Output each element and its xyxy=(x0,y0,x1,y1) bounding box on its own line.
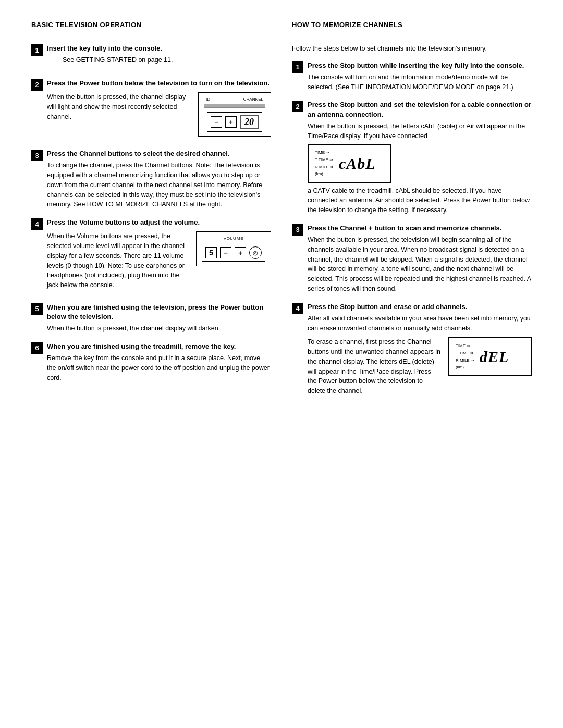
cabl-figure-area: TIME ⇒ T TIME ⇒ R MILE ⇒ (km) cAbL xyxy=(308,144,532,182)
right-step-1-heading: Press the Stop button while inserting th… xyxy=(308,61,532,70)
step-2-text: When the button is pressed, the channel … xyxy=(47,92,191,121)
right-step-2-body-post: a CATV cable to the treadmill, cAbL shou… xyxy=(308,186,532,215)
step-1-body: See GETTING STARTED on page 11. xyxy=(63,55,271,65)
step-2-figure-area: When the button is pressed, the channel … xyxy=(47,92,271,137)
channel-number-display: 20 xyxy=(240,115,259,129)
channel-plus-btn[interactable]: + xyxy=(225,116,237,128)
volume-plus-btn[interactable]: + xyxy=(235,247,246,258)
step-5-body: When the button is pressed, the channel … xyxy=(47,324,271,334)
right-section-title: HOW TO MEMORIZE CHANNELS xyxy=(292,21,532,29)
volume-minus-btn[interactable]: − xyxy=(220,247,231,258)
step-3-number: 3 xyxy=(31,150,43,161)
step-4-heading: Press the Volume buttons to adjust the v… xyxy=(47,218,271,227)
cabl-labels: TIME ⇒ T TIME ⇒ R MILE ⇒ (km) xyxy=(315,149,334,177)
step-3-heading: Press the Channel buttons to select the … xyxy=(47,149,271,158)
volume-headphone-icon: ◎ xyxy=(249,246,262,259)
right-step-4-mid-text: To erase a channel, first press the Chan… xyxy=(308,337,441,396)
step-4-text: When the Volume buttons are pressed, the… xyxy=(47,231,189,290)
right-step-2-number: 2 xyxy=(292,101,303,112)
step-4-number: 4 xyxy=(31,218,43,230)
step-4: 4 Press the Volume buttons to adjust the… xyxy=(31,218,271,294)
right-step-3-content: Press the Channel + button to scan and m… xyxy=(308,224,532,294)
del-text-display: dEL xyxy=(480,348,509,366)
step-4-figure-area: When the Volume buttons are pressed, the… xyxy=(47,231,271,290)
step-2-number: 2 xyxy=(31,79,43,91)
step-4-content: Press the Volume buttons to adjust the v… xyxy=(47,218,271,294)
right-step-1-number: 1 xyxy=(292,61,303,73)
step-2-heading: Press the Power button below the televis… xyxy=(47,79,271,88)
right-step-4-body-pre: After all valid channels available in yo… xyxy=(308,314,532,334)
step-1-heading: Insert the key fully into the console. xyxy=(47,44,271,53)
right-intro: Follow the steps below to set channels i… xyxy=(292,44,532,54)
step-5: 5 When you are finished using the televi… xyxy=(31,303,271,334)
right-step-1-body: The console will turn on and the informa… xyxy=(308,72,532,92)
step-1-number: 1 xyxy=(31,44,43,56)
step-6: 6 When you are finished using the treadm… xyxy=(31,342,271,382)
right-step-2-heading: Press the Stop button and set the televi… xyxy=(308,100,532,119)
channel-id-label: ID xyxy=(206,97,210,102)
step-3: 3 Press the Channel buttons to select th… xyxy=(31,149,271,209)
right-step-2-body-pre: When the button is pressed, the letters … xyxy=(308,121,532,141)
step-5-content: When you are finished using the televisi… xyxy=(47,303,271,334)
step-3-body: To change the channel, press the Channel… xyxy=(47,161,271,209)
page: BASIC TELEVISION OPERATION 1 Insert the … xyxy=(31,21,532,409)
right-step-1-content: Press the Stop button while inserting th… xyxy=(308,61,532,92)
right-step-4: 4 Press the Stop button and erase or add… xyxy=(292,302,532,400)
right-step-4-content: Press the Stop button and erase or add c… xyxy=(308,302,532,400)
right-column: HOW TO MEMORIZE CHANNELS Follow the step… xyxy=(292,21,532,409)
right-step-2-content: Press the Stop button and set the televi… xyxy=(308,100,532,215)
volume-figure: VOLUME 5 − + ◎ xyxy=(196,231,271,266)
right-step-4-number: 4 xyxy=(292,303,303,314)
right-step-1: 1 Press the Stop button while inserting … xyxy=(292,61,532,92)
step-2: 2 Press the Power button below the telev… xyxy=(31,79,271,141)
cabl-figure: TIME ⇒ T TIME ⇒ R MILE ⇒ (km) cAbL xyxy=(308,144,391,182)
step-6-body: Remove the key from the console and put … xyxy=(47,353,271,382)
del-figure: TIME ⇒ T TIME ⇒ R MILE ⇒ (km) dEL xyxy=(448,337,532,376)
step-6-heading: When you are finished using the treadmil… xyxy=(47,342,271,351)
step-5-number: 5 xyxy=(31,303,43,315)
right-step-3-body: When the button is pressed, the televisi… xyxy=(308,235,532,294)
step-5-heading: When you are finished using the televisi… xyxy=(47,303,271,322)
right-step-4-heading: Press the Stop button and erase or add c… xyxy=(308,302,532,312)
step-6-number: 6 xyxy=(31,342,43,354)
step-3-content: Press the Channel buttons to select the … xyxy=(47,149,271,209)
left-column: BASIC TELEVISION OPERATION 1 Insert the … xyxy=(31,21,271,409)
channel-channel-label: CHANNEL xyxy=(243,97,263,102)
step-2-content: Press the Power button below the televis… xyxy=(47,79,271,141)
right-step-3: 3 Press the Channel + button to scan and… xyxy=(292,224,532,294)
step-1: 1 Insert the key fully into the console.… xyxy=(31,44,271,70)
volume-number-display: 5 xyxy=(205,247,217,258)
right-step-3-number: 3 xyxy=(292,224,303,236)
step-6-content: When you are finished using the treadmil… xyxy=(47,342,271,382)
right-step-3-heading: Press the Channel + button to scan and m… xyxy=(308,224,532,233)
del-labels: TIME ⇒ T TIME ⇒ R MILE ⇒ (km) xyxy=(456,342,474,371)
right-step-2: 2 Press the Stop button and set the tele… xyxy=(292,100,532,215)
cabl-text-display: cAbL xyxy=(339,155,376,172)
channel-minus-btn[interactable]: − xyxy=(211,116,222,128)
step-1-content: Insert the key fully into the console. S… xyxy=(47,44,271,70)
right-step-4-figure-area: To erase a channel, first press the Chan… xyxy=(308,337,532,396)
channel-figure: ID CHANNEL − + 20 xyxy=(198,92,271,137)
volume-label: VOLUME xyxy=(224,236,244,241)
left-section-title: BASIC TELEVISION OPERATION xyxy=(31,21,271,29)
